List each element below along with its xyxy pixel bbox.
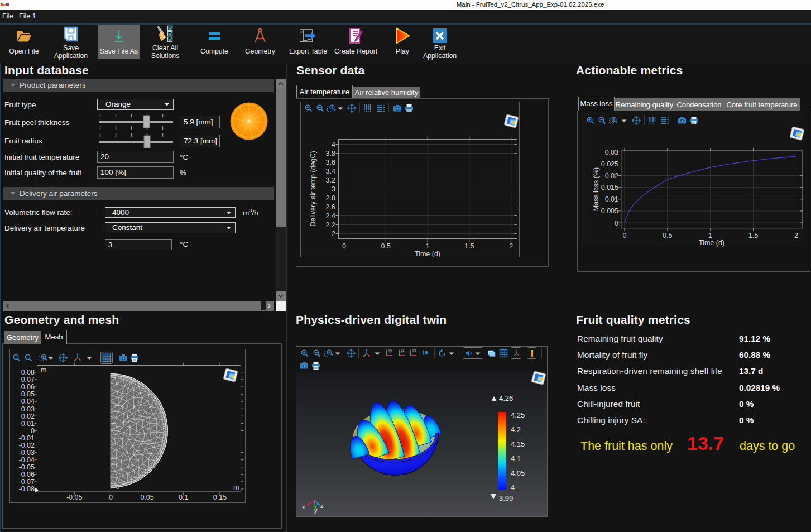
svg-text:2.8: 2.8 [326,194,335,202]
svg-text:0.5: 0.5 [381,242,391,250]
svg-text:0.005: 0.005 [601,207,618,215]
svg-text:3.99: 3.99 [499,494,513,502]
svg-text:4.2: 4.2 [511,425,521,434]
svg-text:-0.04: -0.04 [19,456,35,464]
svg-text:0: 0 [31,427,35,435]
svg-text:0.07: 0.07 [21,376,35,384]
svg-text:0.05: 0.05 [21,390,35,398]
svg-text:1.5: 1.5 [464,242,474,250]
svg-text:2: 2 [794,232,798,239]
svg-text:-0.07: -0.07 [19,478,35,486]
svg-text:-0.02: -0.02 [19,442,35,449]
svg-text:0: 0 [109,493,113,501]
svg-text:3.2: 3.2 [326,176,335,184]
svg-text:Time (d): Time (d) [415,250,440,257]
svg-text:4.1: 4.1 [511,454,521,463]
svg-text:3.6: 3.6 [326,159,335,166]
svg-text:-0.08: -0.08 [19,485,35,493]
svg-text:0.15: 0.15 [213,493,227,501]
svg-text:-0.05: -0.05 [19,463,35,471]
svg-text:0.02: 0.02 [21,413,35,420]
svg-text:0.025: 0.025 [601,160,618,168]
svg-text:1: 1 [426,242,430,250]
svg-text:yz: yz [401,348,405,353]
svg-text:4: 4 [332,141,335,148]
svg-text:0.1: 0.1 [179,493,188,501]
svg-text:4.15: 4.15 [511,440,525,448]
svg-text:0.015: 0.015 [601,184,618,191]
svg-text:r=0: r=0 [110,483,119,490]
svg-text:0.02: 0.02 [605,172,618,180]
svg-text:2: 2 [509,242,513,250]
svg-text:-0.03: -0.03 [19,449,35,457]
svg-text:0.01: 0.01 [21,420,35,428]
svg-text:Time (d): Time (d) [699,239,724,247]
svg-text:m: m [41,366,46,374]
svg-text:-0.06: -0.06 [19,471,35,478]
svg-text:0.04: 0.04 [21,397,35,405]
svg-text:2.4: 2.4 [326,212,335,220]
svg-text:-0.01: -0.01 [19,434,35,442]
svg-text:Mass loss (%): Mass loss (%) [592,167,600,211]
svg-text:4: 4 [511,483,515,492]
svg-text:2.2: 2.2 [326,221,335,229]
svg-text:Delivery air temp (degC): Delivery air temp (degC) [309,151,317,226]
svg-text:0.01: 0.01 [605,195,618,203]
svg-text:4.25: 4.25 [511,411,525,419]
svg-text:xy: xy [388,348,392,353]
svg-text:-0.05: -0.05 [66,493,83,501]
svg-text:0: 0 [622,232,626,239]
svg-text:1: 1 [708,232,712,239]
svg-text:0: 0 [342,242,346,250]
svg-text:0.05: 0.05 [140,493,153,501]
svg-text:3.8: 3.8 [326,150,335,157]
svg-text:xz: xz [412,348,416,352]
svg-text:m: m [233,483,239,491]
svg-text:4.05: 4.05 [511,469,525,477]
svg-text:1.5: 1.5 [748,232,758,239]
svg-text:y: y [314,507,318,514]
svg-text:4.26: 4.26 [499,394,513,402]
svg-text:0: 0 [615,219,618,227]
svg-text:2.6: 2.6 [326,203,335,211]
svg-text:2: 2 [332,230,335,238]
svg-text:3.4: 3.4 [326,167,335,175]
svg-text:z: z [320,502,324,509]
svg-text:0.03: 0.03 [605,148,618,156]
svg-text:0.03: 0.03 [21,405,35,413]
svg-text:0.08: 0.08 [21,368,35,376]
svg-text:0.06: 0.06 [21,383,35,391]
svg-text:0.5: 0.5 [663,232,672,239]
svg-text:x: x [302,504,305,510]
svg-text:3: 3 [332,185,335,193]
